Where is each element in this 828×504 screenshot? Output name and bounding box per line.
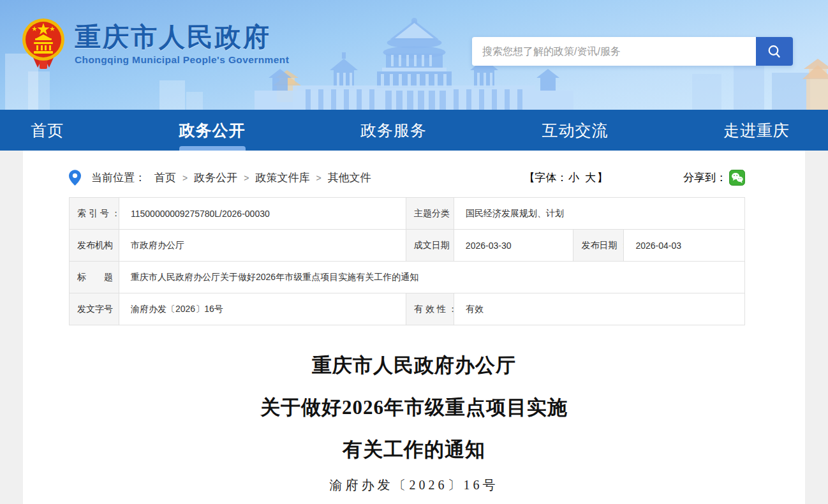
meta-title-value: 重庆市人民政府办公厅关于做好2026年市级重点项目实施有关工作的通知	[119, 262, 744, 293]
meta-doc-no-value: 渝府办发〔2026〕16号	[119, 293, 406, 325]
meta-title-label: 标 题 ：	[70, 262, 119, 293]
meta-topic-label: 主题分类 ：	[406, 198, 454, 229]
document-title-line: 重庆市人民政府办公厅	[23, 345, 805, 387]
search-input[interactable]	[472, 37, 756, 66]
nav-item-label: 首页	[31, 120, 64, 141]
wechat-share-icon[interactable]	[729, 170, 745, 186]
nav-item-interaction[interactable]: 互动交流	[542, 110, 609, 151]
nav-item-label: 互动交流	[542, 120, 609, 141]
font-smaller-button[interactable]: 小	[568, 172, 579, 184]
active-tab-underline	[179, 146, 246, 151]
breadcrumb-separator: >	[316, 173, 321, 183]
breadcrumb-policy-library[interactable]: 政策文件库	[255, 170, 309, 185]
font-size-control: 【字体：小 大】	[524, 170, 608, 185]
search-icon	[766, 43, 783, 60]
breadcrumb-other-documents[interactable]: 其他文件	[328, 170, 371, 185]
breadcrumb: 当前位置： 首页 > 政务公开 > 政策文件库 > 其他文件 【字体：小 大】 …	[69, 151, 745, 186]
document-meta-table: 索 引 号 ： 11500000009275780L/2026-00030 主题…	[69, 197, 745, 325]
nav-item-label: 走进重庆	[723, 120, 790, 141]
meta-index-label: 索 引 号 ：	[70, 198, 119, 229]
meta-date-written-value: 2026-03-30	[454, 230, 574, 261]
nav-item-label: 政务服务	[360, 120, 427, 141]
meta-validity-value: 有效	[454, 293, 744, 325]
document-title-line: 关于做好2026年市级重点项目实施	[23, 387, 805, 429]
site-subtitle: Chongqing Municipal People's Government	[75, 54, 289, 66]
main-nav: 首页 政务公开 政务服务 互动交流 走进重庆	[0, 110, 828, 151]
font-control-prefix: 【字体：	[524, 172, 567, 184]
nav-item-label: 政务公开	[179, 120, 246, 141]
meta-validity-label: 有 效 性 ：	[406, 293, 454, 325]
document-title: 重庆市人民政府办公厅 关于做好2026年市级重点项目实施 有关工作的通知	[23, 345, 805, 471]
font-larger-button[interactable]: 大	[585, 172, 596, 184]
breadcrumb-gov-affairs[interactable]: 政务公开	[194, 170, 237, 185]
document-title-line: 有关工作的通知	[23, 429, 805, 471]
meta-doc-no-label: 发文字号 ：	[70, 293, 119, 325]
meta-topic-value: 国民经济发展规划、计划	[454, 198, 744, 229]
table-row: 索 引 号 ： 11500000009275780L/2026-00030 主题…	[70, 198, 744, 230]
skyline-building	[159, 80, 185, 110]
pagoda-silhouette	[802, 59, 828, 110]
skyline-building	[692, 74, 721, 110]
site-logo[interactable]: 重庆市人民政府 Chongqing Municipal People's Gov…	[21, 17, 289, 71]
location-pin-icon	[69, 170, 81, 186]
nav-item-home[interactable]: 首页	[31, 110, 64, 151]
meta-date-pub-value: 2026-04-03	[624, 230, 744, 261]
skyline-building	[186, 92, 203, 110]
share-group: 分享到：	[683, 170, 745, 186]
nav-item-gov-services[interactable]: 政务服务	[360, 110, 427, 151]
search-button[interactable]	[756, 37, 793, 66]
share-label: 分享到：	[683, 170, 727, 185]
document-number: 渝府办发〔2026〕16号	[23, 477, 805, 494]
table-row: 发布机构 ： 市政府办公厅 成文日期 ： 2026-03-30 发布日期 ： 2…	[70, 230, 744, 262]
table-row: 发文字号 ： 渝府办发〔2026〕16号 有 效 性 ： 有效	[70, 293, 744, 325]
breadcrumb-separator: >	[182, 173, 188, 183]
site-title: 重庆市人民政府	[75, 23, 289, 51]
breadcrumb-prefix: 当前位置：	[91, 170, 145, 185]
nav-item-about-chongqing[interactable]: 走进重庆	[723, 110, 790, 151]
meta-index-value: 11500000009275780L/2026-00030	[119, 198, 406, 229]
skyline-building	[28, 71, 50, 110]
meta-org-value: 市政府办公厅	[119, 230, 406, 261]
content-card: 当前位置： 首页 > 政务公开 > 政策文件库 > 其他文件 【字体：小 大】 …	[23, 151, 805, 504]
meta-org-label: 发布机构 ：	[70, 230, 119, 261]
meta-date-pub-label: 发布日期 ：	[573, 230, 624, 261]
meta-date-written-label: 成文日期 ：	[406, 230, 454, 261]
search-box	[472, 37, 793, 66]
table-row: 标 题 ： 重庆市人民政府办公厅关于做好2026年市级重点项目实施有关工作的通知	[70, 262, 744, 293]
site-header: 重庆市人民政府 Chongqing Municipal People's Gov…	[0, 0, 828, 110]
breadcrumb-home[interactable]: 首页	[154, 170, 176, 185]
font-control-suffix: 】	[597, 172, 608, 184]
china-national-emblem-icon	[21, 17, 66, 71]
nav-item-gov-affairs[interactable]: 政务公开	[179, 110, 246, 151]
breadcrumb-separator: >	[244, 173, 249, 183]
